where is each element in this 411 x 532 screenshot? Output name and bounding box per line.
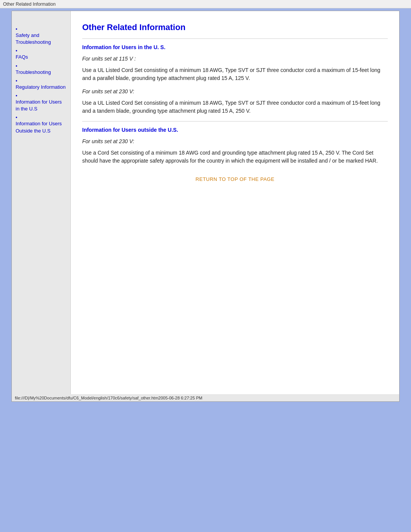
section2-heading: Information for Users outside the U.S. [82, 127, 388, 133]
section1-italic1: For units set at 115 V : [82, 56, 388, 62]
sidebar-item-info-us[interactable]: Information for Users in the U.S [16, 93, 67, 112]
sidebar-link-troubleshooting[interactable]: Troubleshooting [16, 69, 67, 76]
divider-top [82, 38, 388, 39]
sidebar-link-info-outside[interactable]: Information for Users Outside the U.S [16, 120, 67, 134]
browser-window: Safety and Troubleshooting FAQs Troubles… [11, 11, 400, 395]
title-bar: Other Related Information [0, 0, 411, 8]
main-content: Other Related Information Information fo… [71, 11, 399, 395]
sidebar-item-troubleshooting[interactable]: Troubleshooting [16, 63, 67, 76]
sidebar-link-safety[interactable]: Safety and Troubleshooting [16, 32, 67, 46]
sidebar-link-regulatory[interactable]: Regulatory Information [16, 84, 67, 91]
section1-italic2: For units set at 230 V: [82, 88, 388, 94]
browser-content: Safety and Troubleshooting FAQs Troubles… [12, 11, 399, 395]
divider-middle [82, 121, 388, 121]
sidebar-link-faqs[interactable]: FAQs [16, 54, 67, 61]
sidebar-item-info-outside[interactable]: Information for Users Outside the U.S [16, 115, 67, 134]
status-bar: file:///D|/My%20Documents/dfu/C6_Model/e… [11, 394, 400, 402]
section2-body1: Use a Cord Set consisting of a minimum 1… [82, 149, 388, 165]
title-bar-text: Other Related Information [3, 2, 56, 7]
section1-body2: Use a UL Listed Cord Set consisting of a… [82, 99, 388, 115]
section1-body1: Use a UL Listed Cord Set consisting of a… [82, 66, 388, 82]
sidebar: Safety and Troubleshooting FAQs Troubles… [12, 11, 71, 395]
return-to-top-link[interactable]: RETURN TO TOP OF THE PAGE [82, 176, 388, 182]
status-bar-text: file:///D|/My%20Documents/dfu/C6_Model/e… [15, 396, 202, 400]
section1-heading: Information for Users in the U. S. [82, 44, 388, 50]
sidebar-item-regulatory[interactable]: Regulatory Information [16, 78, 67, 91]
page-title: Other Related Information [82, 22, 388, 32]
sidebar-item-safety[interactable]: Safety and Troubleshooting [16, 26, 67, 46]
sidebar-item-faqs[interactable]: FAQs [16, 48, 67, 61]
sidebar-link-info-us[interactable]: Information for Users in the U.S [16, 99, 67, 112]
section2-italic1: For units set at 230 V: [82, 138, 388, 144]
